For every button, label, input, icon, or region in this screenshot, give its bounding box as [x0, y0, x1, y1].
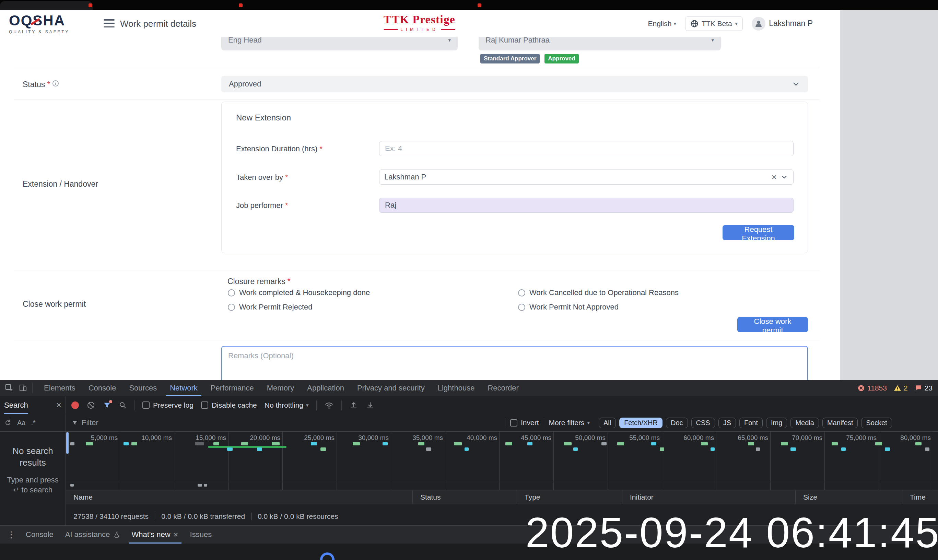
match-case-toggle[interactable]: Aa [17, 419, 25, 427]
radio-icon[interactable] [518, 304, 525, 311]
resources-size: 0.0 kB / 0.0 kB resources [258, 512, 338, 520]
export-har-icon[interactable] [366, 401, 375, 410]
remarks-textarea[interactable] [221, 346, 808, 380]
filter-chip[interactable]: Doc [666, 418, 688, 428]
devtools-tab[interactable]: Recorder [481, 380, 525, 396]
language-dropdown[interactable]: English ▾ [648, 20, 676, 28]
page-title: Work permit details [120, 18, 196, 29]
network-conditions-icon[interactable] [324, 400, 334, 410]
transferred-size: 0.0 kB / 0.0 kB transferred [161, 512, 245, 520]
regex-toggle[interactable]: .* [31, 419, 35, 427]
radio-icon[interactable] [228, 289, 235, 297]
drawer-tab[interactable]: What's new × [126, 526, 184, 543]
filter-chip[interactable]: CSS [691, 418, 715, 428]
info-icon[interactable] [52, 80, 59, 87]
inspect-element-icon[interactable] [5, 384, 14, 392]
requests-table-header: NameStatusTypeInitiatorSizeTime [66, 490, 938, 504]
timeline-canvas[interactable] [66, 432, 938, 490]
drawer-tab[interactable]: Console × [20, 526, 59, 543]
radio-icon[interactable] [518, 289, 525, 297]
issues-counter[interactable]: 23 [915, 384, 932, 392]
filter-chip[interactable]: Media [790, 418, 819, 428]
disable-cache-checkbox[interactable]: Disable cache [201, 401, 257, 409]
no-results-text: No search results [4, 445, 62, 469]
devtools-tab[interactable]: Elements [37, 380, 82, 396]
table-column-header[interactable]: Name [66, 490, 413, 504]
more-filters-dropdown[interactable]: More filters ▾ [549, 418, 590, 427]
clear-network-log-icon[interactable] [86, 401, 95, 410]
refresh-icon[interactable] [4, 419, 12, 426]
table-column-header[interactable]: Initiator [622, 490, 796, 504]
job-performer-input[interactable] [379, 198, 793, 213]
filter-funnel-icon[interactable] [103, 401, 111, 409]
close-icon[interactable]: × [174, 530, 178, 539]
filter-chip[interactable]: Socket [861, 418, 892, 428]
logo-tagline: QUALITY & SAFETY [9, 29, 88, 34]
devtools-tab[interactable]: Sources [123, 380, 163, 396]
checkbox-icon[interactable] [201, 402, 208, 409]
more-tools-icon[interactable]: ⋮ [3, 526, 20, 543]
devtools-tab[interactable]: Memory [260, 380, 301, 396]
closure-option[interactable]: Work Permit Not Approved [518, 303, 679, 312]
filter-chip[interactable]: Fetch/XHR [619, 418, 663, 428]
clear-selection-icon[interactable]: × [768, 172, 780, 183]
network-overview-timeline[interactable]: 5,000 ms10,000 ms15,000 ms20,000 ms25,00… [66, 432, 938, 490]
divider [316, 400, 317, 411]
card-title: New Extension [236, 113, 291, 123]
record-network-log-icon[interactable] [71, 402, 79, 409]
requests-table-body[interactable] [66, 504, 938, 507]
table-column-header[interactable]: Time [902, 490, 938, 504]
warning-icon [894, 384, 901, 392]
request-extension-button[interactable]: Request Extension [723, 225, 794, 240]
checkbox-icon[interactable] [510, 419, 517, 426]
throttling-select[interactable]: No throttling ▾ [264, 401, 309, 409]
search-tab[interactable]: Search [4, 396, 28, 414]
status-select[interactable]: Approved [221, 76, 808, 92]
hamburger-menu-icon[interactable] [104, 19, 115, 28]
search-hint-text: Type and press ↵ to search [4, 475, 62, 495]
devtools-tab[interactable]: Network [163, 380, 204, 396]
filter-chip[interactable]: All [599, 418, 616, 428]
closure-option[interactable]: Work Cancelled due to Operational Reason… [518, 288, 679, 297]
table-column-header[interactable]: Status [413, 490, 517, 504]
duration-input[interactable] [379, 141, 793, 156]
import-har-icon[interactable] [349, 401, 358, 410]
closure-option[interactable]: Work Permit Rejected [228, 303, 370, 312]
close-icon[interactable]: × [56, 400, 62, 411]
chevron-down-icon: ▾ [674, 21, 676, 27]
browser-tab[interactable] [0, 1, 93, 10]
filter-chip[interactable]: Manifest [823, 418, 858, 428]
drawer-tab[interactable]: AI assistance × [59, 526, 126, 543]
environment-dropdown[interactable]: TTK Beta ▾ [685, 17, 743, 31]
logo-word: OQSHA [9, 12, 88, 29]
devtools-tab[interactable]: Performance [204, 380, 260, 396]
devtools-tab[interactable]: Privacy and security [351, 380, 431, 396]
close-work-permit-button[interactable]: Close work permit [737, 317, 808, 332]
device-toolbar-icon[interactable] [18, 384, 28, 392]
filter-chip[interactable]: Img [766, 418, 787, 428]
warning-counter[interactable]: 2 [894, 384, 908, 392]
network-filter-input[interactable] [81, 418, 500, 427]
status-badge: Standard Approver [480, 54, 540, 63]
devtools-tab[interactable]: Lighthouse [431, 380, 481, 396]
app-window: OQSHA QUALITY & SAFETY Work permit detai… [0, 10, 840, 380]
filter-chip[interactable]: JS [718, 418, 736, 428]
radio-icon[interactable] [228, 304, 235, 311]
devtools-tab[interactable]: Application [301, 380, 351, 396]
taken-over-select[interactable]: Lakshman P × [379, 169, 793, 185]
drawer-tab[interactable]: Issues × [184, 526, 218, 543]
search-network-icon[interactable] [119, 401, 127, 409]
error-counter[interactable]: 11853 [857, 384, 887, 392]
closure-option[interactable]: Work completed & Housekeeping done [228, 288, 370, 297]
brand-line1: TTK Prestige [384, 13, 455, 26]
user-menu[interactable]: Lakshman P [752, 17, 813, 31]
filter-chip[interactable]: Font [740, 418, 763, 428]
invert-checkbox[interactable]: Invert [510, 418, 539, 427]
taken-over-value: Lakshman P [384, 172, 426, 182]
table-column-header[interactable]: Size [796, 490, 902, 504]
table-column-header[interactable]: Type [517, 490, 622, 504]
checkbox-icon[interactable] [142, 402, 149, 409]
preserve-log-checkbox[interactable]: Preserve log [142, 401, 194, 409]
devtools-tab[interactable]: Console [82, 380, 123, 396]
status-badge: Approved [544, 54, 578, 63]
